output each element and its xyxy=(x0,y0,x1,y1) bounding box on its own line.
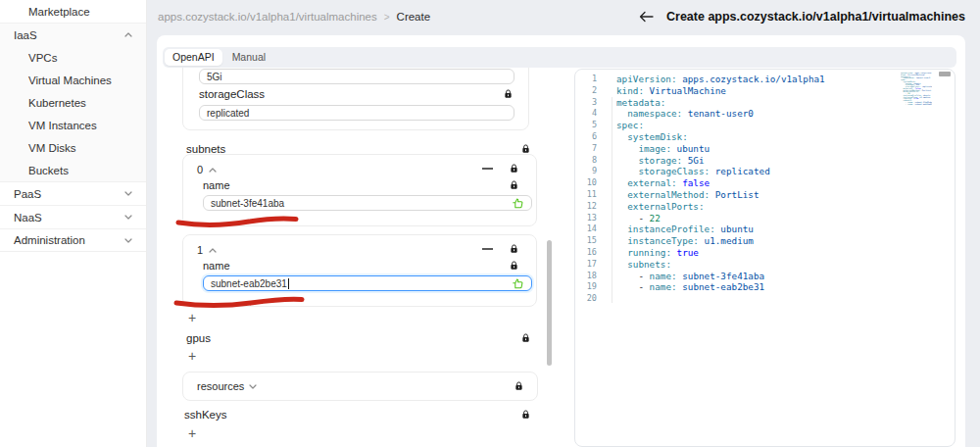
back-arrow-icon[interactable] xyxy=(639,11,654,23)
chevron-down-icon xyxy=(249,384,257,389)
tab-openapi[interactable]: OpenAPI xyxy=(165,49,222,66)
chevron-down-icon xyxy=(124,215,132,220)
editor-minimap[interactable]: apiVersion: apps.cozystack.io/v1alpha1ki… xyxy=(901,73,932,114)
sidebar-item-kubernetes[interactable]: Kubernetes xyxy=(0,91,146,114)
breadcrumb-separator: > xyxy=(384,12,390,23)
subnet-item-0-card: 0 name subnet-3fe41aba xyxy=(182,154,537,226)
line-number: 1 xyxy=(575,74,597,85)
sidebar-item-label: Virtual Machines xyxy=(28,74,112,86)
sidebar-item-marketplace[interactable]: Marketplace xyxy=(0,0,146,23)
thumbs-up-icon xyxy=(512,197,524,210)
form-scrollbar-thumb[interactable] xyxy=(547,240,552,366)
subnet-item-0-header[interactable]: 0 xyxy=(197,164,217,175)
subnet-0-name-value: subnet-3fe41aba xyxy=(211,198,284,209)
sidebar-item-label: Marketplace xyxy=(28,6,90,18)
sidebar-item-vpcs[interactable]: VPCs xyxy=(0,46,146,69)
code-line: - name: subnet-eab2be31 xyxy=(616,281,825,293)
subnet-item-1-index: 1 xyxy=(197,244,203,256)
subnet-1-name-input[interactable]: subnet-eab2be31 xyxy=(203,275,532,291)
system-disk-card: 5Gi storageClass replicated xyxy=(182,68,529,130)
sidebar: MarketplaceIaaSVPCsVirtual MachinesKuber… xyxy=(0,0,147,447)
add-ssh-key-button[interactable]: + xyxy=(188,426,196,440)
chevron-up-icon xyxy=(209,168,217,173)
sidebar-item-buckets[interactable]: Buckets xyxy=(0,159,146,181)
sidebar-item-label: VM Instances xyxy=(28,120,97,131)
lock-icon[interactable] xyxy=(510,164,518,174)
chevron-down-icon xyxy=(124,191,132,196)
sidebar-item-label: VM Disks xyxy=(28,142,76,154)
sidebar-item-administration[interactable]: Administration xyxy=(0,228,146,252)
lock-icon[interactable] xyxy=(510,261,518,271)
lock-icon[interactable] xyxy=(504,89,513,99)
line-number: 5 xyxy=(575,120,597,131)
subnet-item-1-card: 1 name subnet-eab2be31 xyxy=(182,234,537,307)
editor-code[interactable]: apiVersion: apps.cozystack.io/v1alpha1ki… xyxy=(616,74,825,305)
sidebar-item-iaas[interactable]: IaaS xyxy=(0,23,146,46)
chevron-down-icon xyxy=(124,238,132,243)
code-line: instanceType: u1.medium xyxy=(616,235,825,247)
code-line: spec: xyxy=(616,120,825,131)
line-number: 7 xyxy=(575,143,597,155)
sidebar-item-vm-disks[interactable]: VM Disks xyxy=(0,136,146,159)
subnet-item-1-header[interactable]: 1 xyxy=(197,244,217,256)
line-number: 9 xyxy=(575,166,597,177)
chevron-up-icon xyxy=(124,32,132,37)
lock-icon[interactable] xyxy=(510,180,518,190)
code-line: storage: 5Gi xyxy=(616,155,825,167)
lock-icon[interactable] xyxy=(521,333,530,343)
lock-icon[interactable] xyxy=(510,244,518,254)
subnet-0-name-label: name xyxy=(203,179,230,191)
yaml-editor[interactable]: 1234567891011121314151617181920 apiVersi… xyxy=(574,69,956,447)
sidebar-item-virtual-machines[interactable]: Virtual Machines xyxy=(0,69,146,91)
code-line xyxy=(616,293,825,305)
lock-icon[interactable] xyxy=(514,381,523,391)
code-line: namespace: tenant-user0 xyxy=(616,108,825,120)
line-number: 11 xyxy=(575,189,597,201)
text-cursor xyxy=(288,278,289,289)
resources-label: resources xyxy=(197,380,244,392)
breadcrumb: apps.cozystack.io/v1alpha1/virtualmachin… xyxy=(158,0,430,33)
lock-icon[interactable] xyxy=(521,410,530,420)
breadcrumb-root-link[interactable]: apps.cozystack.io/v1alpha1/virtualmachin… xyxy=(158,11,377,23)
code-line: external: false xyxy=(616,177,825,189)
add-gpu-button[interactable]: + xyxy=(188,349,196,363)
editor-scrollbar-thumb[interactable] xyxy=(939,72,951,76)
code-line: externalMethod: PortList xyxy=(616,189,825,201)
subnet-0-name-input[interactable]: subnet-3fe41aba xyxy=(203,195,532,211)
code-line: kind: VirtualMachine xyxy=(616,85,825,97)
code-line: - 22 xyxy=(616,213,825,224)
subnet-1-name-value: subnet-eab2be31 xyxy=(211,278,287,289)
storage-class-value: replicated xyxy=(207,108,249,119)
storage-size-value: 5Gi xyxy=(207,72,222,82)
storage-size-input[interactable]: 5Gi xyxy=(199,69,514,84)
sidebar-item-vm-instances[interactable]: VM Instances xyxy=(0,114,146,136)
tab-manual[interactable]: Manual xyxy=(224,49,273,66)
lock-icon[interactable] xyxy=(521,144,530,154)
storage-class-input[interactable]: replicated xyxy=(199,105,514,121)
gpus-label: gpus xyxy=(186,332,211,344)
code-line: storageClass: replicated xyxy=(616,166,825,177)
code-line xyxy=(901,105,932,107)
sidebar-item-naas[interactable]: NaaS xyxy=(0,205,146,228)
line-number: 17 xyxy=(575,259,597,271)
add-subnet-button[interactable]: + xyxy=(188,311,196,324)
code-line: - name: subnet-eab2be31 xyxy=(901,104,932,106)
sidebar-item-paas[interactable]: PaaS xyxy=(0,181,146,205)
line-number: 18 xyxy=(575,271,597,282)
line-number: 10 xyxy=(575,177,597,189)
code-line: apiVersion: apps.cozystack.io/v1alpha1 xyxy=(616,74,825,85)
chevron-up-icon xyxy=(209,248,217,253)
line-number: 3 xyxy=(575,97,597,109)
thumbs-up-icon xyxy=(512,277,524,290)
storage-class-label: storageClass xyxy=(199,88,265,100)
line-number: 12 xyxy=(575,201,597,213)
resources-card[interactable]: resources xyxy=(182,372,538,401)
line-number: 13 xyxy=(575,213,597,224)
remove-item-icon[interactable] xyxy=(482,248,493,250)
page-title: Create apps.cozystack.io/v1alpha1/virtua… xyxy=(666,10,965,24)
sidebar-item-label: PaaS xyxy=(14,188,41,200)
remove-item-icon[interactable] xyxy=(482,168,493,170)
code-line: - name: subnet-3fe41aba xyxy=(616,271,825,282)
code-line: image: ubuntu xyxy=(616,143,825,155)
editor-indent-guide xyxy=(612,97,612,303)
